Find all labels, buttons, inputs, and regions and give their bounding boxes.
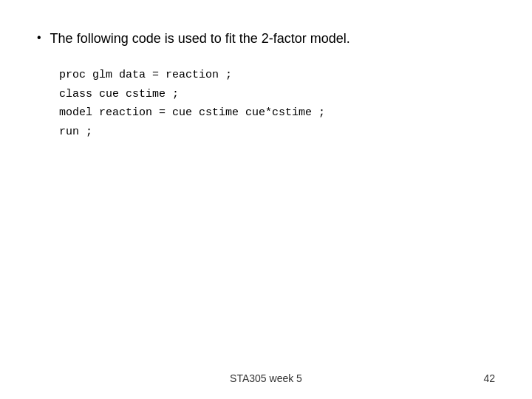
- code-line-2: class cue cstime ;: [59, 85, 495, 104]
- bullet-text: The following code is used to fit the 2-…: [50, 30, 350, 48]
- footer-center: STA305 week 5: [230, 372, 302, 384]
- code-line-3: model reaction = cue cstime cue*cstime ;: [59, 103, 495, 123]
- code-line-4: run ;: [59, 123, 495, 142]
- bullet-item: • The following code is used to fit the …: [37, 30, 495, 48]
- footer-page-number: 42: [483, 372, 495, 384]
- code-block: proc glm data = reaction ; class cue cst…: [59, 66, 495, 141]
- bullet-dot: •: [37, 31, 41, 44]
- slide-content: • The following code is used to fit the …: [0, 0, 532, 156]
- code-line-1: proc glm data = reaction ;: [59, 66, 495, 85]
